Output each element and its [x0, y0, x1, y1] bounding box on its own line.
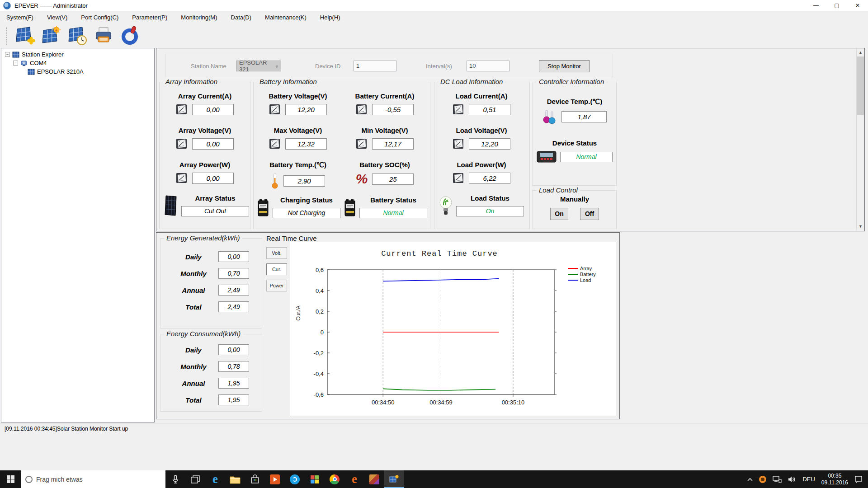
- menu-port-config[interactable]: Port Config(C): [81, 14, 118, 21]
- menu-view[interactable]: View(V): [47, 14, 67, 21]
- windows-logo-icon: [7, 475, 14, 483]
- cortana-icon: [25, 476, 33, 483]
- print-icon: [94, 26, 113, 46]
- scrollbar-thumb[interactable]: [857, 56, 864, 115]
- tree-item-com4[interactable]: − COM4: [1, 59, 154, 67]
- metric-value: 2,90: [283, 175, 325, 187]
- real-time-monitor-button[interactable]: [66, 25, 88, 47]
- maximize-button[interactable]: ▢: [826, 0, 847, 11]
- solar-monitor-app-icon[interactable]: [384, 470, 404, 488]
- tree-item-epsolar-3210a[interactable]: EPSOLAR 3210A: [1, 67, 154, 76]
- search-input[interactable]: Frag mich etwas: [21, 470, 165, 488]
- toolbar-gripper[interactable]: [6, 27, 8, 45]
- svg-text:0,2: 0,2: [316, 308, 324, 315]
- microphone-button[interactable]: [165, 470, 185, 488]
- collapse-icon[interactable]: −: [5, 52, 10, 57]
- svg-text:00:35:10: 00:35:10: [502, 399, 525, 406]
- scroll-down-icon[interactable]: ▼: [857, 223, 864, 230]
- status-value: On: [456, 206, 524, 216]
- menu-monitoring[interactable]: Monitoring(M): [181, 14, 217, 21]
- menu-parameter[interactable]: Parameter(P): [132, 14, 167, 21]
- browser-e-orange-icon[interactable]: e: [344, 470, 364, 488]
- file-explorer-icon[interactable]: [225, 470, 245, 488]
- device-id-input[interactable]: 1: [354, 61, 396, 71]
- load-off-button[interactable]: Off: [580, 208, 599, 220]
- energy-row-label: Annual: [169, 380, 218, 387]
- station-name-label: Station Name: [191, 63, 226, 70]
- minimize-button[interactable]: —: [806, 0, 826, 11]
- messaging-icon[interactable]: [285, 470, 305, 488]
- volume-icon[interactable]: [785, 470, 799, 488]
- tray-chevron-icon[interactable]: [744, 470, 756, 488]
- meter-icon: [176, 172, 188, 184]
- metric-value: 0,51: [469, 104, 510, 115]
- tiles-icon: [310, 475, 319, 484]
- device-temp-label: Device Temp.(℃): [533, 98, 616, 106]
- add-station-icon: [15, 26, 35, 46]
- collapse-icon[interactable]: −: [13, 61, 18, 66]
- print-button[interactable]: [93, 25, 114, 47]
- station-name-select[interactable]: EPSOLAR 321 ∨: [236, 61, 281, 71]
- metric-label: Battery SOC(%): [344, 161, 425, 169]
- clock[interactable]: 00:35 09.11.2016: [818, 470, 851, 488]
- metric-label: Load Current(A): [441, 92, 522, 100]
- app-thumbnail-icon[interactable]: [364, 470, 384, 488]
- energy-consumed-group: Energy Consumed(kWh) Daily0,00 Monthly0,…: [160, 334, 262, 412]
- edge-browser-icon[interactable]: e: [205, 470, 225, 488]
- interval-input[interactable]: 10: [467, 61, 509, 71]
- tab-volt[interactable]: Volt.: [266, 247, 287, 259]
- metric-value: 0,00: [192, 173, 234, 184]
- thermometer-icon: [271, 173, 279, 189]
- task-view-button[interactable]: [185, 470, 205, 488]
- battery-information-group: Battery Information Battery Voltage(V) 1…: [253, 82, 430, 229]
- menu-data[interactable]: Data(D): [231, 14, 252, 21]
- legend-swatch-load: [568, 280, 578, 281]
- energy-row-label: Annual: [169, 286, 218, 294]
- exit-button[interactable]: [119, 25, 141, 47]
- metric-value: 12,32: [285, 138, 327, 150]
- metric-value: 12,20: [285, 104, 327, 115]
- close-button[interactable]: ✕: [847, 0, 868, 11]
- meter-icon: [176, 138, 188, 150]
- loop-icon: [292, 477, 297, 482]
- svg-text:00:34:59: 00:34:59: [429, 399, 453, 406]
- meter-icon: [269, 103, 281, 115]
- metric-value: -0,55: [372, 104, 414, 115]
- vertical-scrollbar[interactable]: ▲ ▼: [856, 49, 864, 230]
- station-parameter-button[interactable]: [40, 25, 62, 47]
- language-indicator[interactable]: DEU: [799, 470, 818, 488]
- bulb-icon: [439, 195, 453, 216]
- legend-item: Battery: [568, 272, 596, 277]
- metric-label: Battery Voltage(V): [257, 92, 339, 100]
- stop-monitor-button[interactable]: Stop Monitor: [539, 60, 590, 72]
- station-name-value: EPSOLAR 321: [239, 59, 273, 73]
- real-time-curve-title: Real Time Curve: [266, 235, 317, 242]
- dual-thermometer-icon: [542, 109, 557, 124]
- svg-text:0,6: 0,6: [316, 267, 324, 273]
- scroll-up-icon[interactable]: ▲: [857, 49, 864, 56]
- metric-value: 6,22: [469, 173, 510, 184]
- movies-tv-icon[interactable]: [265, 470, 285, 488]
- energy-row-value: 0,70: [218, 268, 249, 279]
- metric-label: Array Voltage(V): [164, 127, 245, 134]
- legend-swatch-battery: [568, 274, 578, 275]
- legend-label: Load: [580, 277, 591, 283]
- store-icon[interactable]: [245, 470, 265, 488]
- action-center-icon[interactable]: [851, 470, 868, 488]
- load-on-button[interactable]: On: [550, 208, 568, 220]
- menu-system[interactable]: System(F): [6, 14, 33, 21]
- tab-power[interactable]: Power: [266, 280, 287, 291]
- tab-cur[interactable]: Cur.: [266, 263, 287, 275]
- metric-label: Min Voltage(V): [344, 127, 425, 134]
- tree-item-station-explorer[interactable]: − Station Explorer: [1, 50, 154, 59]
- chrome-icon[interactable]: [325, 470, 344, 488]
- start-button[interactable]: [0, 470, 21, 488]
- app-tiles-icon[interactable]: [305, 470, 325, 488]
- menu-help[interactable]: Help(H): [320, 14, 340, 21]
- add-station-button[interactable]: [14, 25, 36, 47]
- menu-maintenance[interactable]: Maintenance(K): [265, 14, 307, 21]
- antivirus-tray-icon[interactable]: [756, 470, 769, 488]
- group-title: Load Control: [537, 186, 580, 194]
- network-icon[interactable]: [769, 470, 785, 488]
- station-explorer-tree: − Station Explorer − COM4 EPSOLAR 3210A: [1, 48, 155, 422]
